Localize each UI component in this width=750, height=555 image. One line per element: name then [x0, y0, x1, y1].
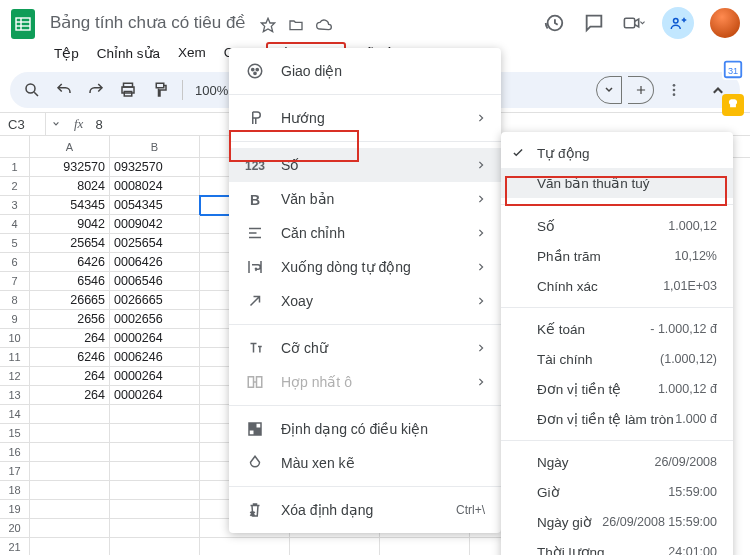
keep-addon-icon[interactable] [722, 94, 744, 116]
cell[interactable]: 0932570 [110, 158, 200, 177]
number-format-item[interactable]: Chính xác1,01E+03 [501, 271, 733, 301]
cell[interactable] [200, 538, 290, 555]
star-icon[interactable] [259, 16, 277, 34]
format-menu-item[interactable]: Giao diện [229, 54, 501, 88]
format-menu-item[interactable]: Định dạng có điều kiện [229, 412, 501, 446]
cell[interactable] [110, 500, 200, 519]
row-header[interactable]: 21 [0, 538, 30, 555]
calendar-addon-icon[interactable]: 31 [722, 58, 744, 80]
comment-icon[interactable] [582, 11, 606, 35]
meet-icon[interactable] [622, 11, 646, 35]
cell[interactable] [110, 462, 200, 481]
cell[interactable] [30, 500, 110, 519]
number-format-item[interactable]: Phần trăm10,12% [501, 241, 733, 271]
search-menus-icon[interactable] [18, 76, 46, 104]
number-format-item[interactable]: Đơn vị tiền tệ1.000,12 đ [501, 374, 733, 404]
row-header[interactable]: 11 [0, 348, 30, 367]
cell[interactable] [110, 405, 200, 424]
col-header[interactable]: B [110, 136, 200, 157]
col-header[interactable]: A [30, 136, 110, 157]
row-header[interactable]: 6 [0, 253, 30, 272]
number-format-item[interactable]: Ngày26/09/2008 [501, 447, 733, 477]
cell[interactable]: 0000264 [110, 329, 200, 348]
name-box-dropdown-icon[interactable] [46, 120, 66, 128]
cell[interactable]: 6426 [30, 253, 110, 272]
print-icon[interactable] [114, 76, 142, 104]
cell[interactable]: 0002656 [110, 310, 200, 329]
name-box[interactable]: C3 [0, 113, 46, 135]
row-header[interactable]: 19 [0, 500, 30, 519]
number-format-item[interactable]: Văn bản thuần tuý [501, 168, 733, 198]
cell[interactable]: 8024 [30, 177, 110, 196]
row-header[interactable]: 20 [0, 519, 30, 538]
number-format-item[interactable]: Tài chính(1.000,12) [501, 344, 733, 374]
cell[interactable]: 264 [30, 386, 110, 405]
cell[interactable]: 0025654 [110, 234, 200, 253]
history-icon[interactable] [542, 11, 566, 35]
number-format-item[interactable]: Kế toán- 1.000,12 đ [501, 314, 733, 344]
menu-tệp[interactable]: Tệp [46, 42, 87, 64]
toolbar-overflow-add[interactable] [628, 76, 654, 104]
redo-icon[interactable] [82, 76, 110, 104]
undo-icon[interactable] [50, 76, 78, 104]
row-header[interactable]: 9 [0, 310, 30, 329]
paint-format-icon[interactable] [146, 76, 174, 104]
format-menu-item[interactable]: Hợp nhất ô [229, 365, 501, 399]
number-format-item[interactable]: Giờ15:59:00 [501, 477, 733, 507]
row-header[interactable]: 5 [0, 234, 30, 253]
number-format-item[interactable]: Đơn vị tiền tệ làm tròn1.000 đ [501, 404, 733, 434]
cell[interactable]: 0006246 [110, 348, 200, 367]
toolbar-more-icon[interactable] [660, 76, 688, 104]
cell[interactable]: 0006426 [110, 253, 200, 272]
cell[interactable]: 0008024 [110, 177, 200, 196]
cell[interactable] [30, 481, 110, 500]
formula-input[interactable]: 8 [91, 117, 102, 132]
format-menu-item[interactable]: Xuống dòng tự động [229, 250, 501, 284]
row-header[interactable]: 15 [0, 424, 30, 443]
row-header[interactable]: 14 [0, 405, 30, 424]
number-format-item[interactable]: Ngày giờ26/09/2008 15:59:00 [501, 507, 733, 537]
cell[interactable]: 0000264 [110, 386, 200, 405]
cell[interactable]: 25654 [30, 234, 110, 253]
cell[interactable] [30, 538, 110, 555]
cell[interactable] [30, 443, 110, 462]
number-format-item[interactable]: Thời lượng24:01:00 [501, 537, 733, 555]
cell[interactable]: 264 [30, 329, 110, 348]
cell[interactable] [110, 519, 200, 538]
share-button[interactable] [662, 7, 694, 39]
cell[interactable]: 2656 [30, 310, 110, 329]
cell[interactable]: 6246 [30, 348, 110, 367]
cell[interactable]: 0026665 [110, 291, 200, 310]
menu-xem[interactable]: Xem [170, 42, 214, 64]
cell[interactable]: 9042 [30, 215, 110, 234]
cell[interactable] [30, 519, 110, 538]
cell[interactable] [380, 538, 470, 555]
sheets-logo[interactable] [10, 6, 36, 40]
account-avatar[interactable] [710, 8, 740, 38]
cell[interactable]: 0006546 [110, 272, 200, 291]
format-menu-item[interactable]: Màu xen kẽ [229, 446, 501, 480]
cell[interactable] [110, 424, 200, 443]
row-header[interactable]: 7 [0, 272, 30, 291]
row-header[interactable]: 4 [0, 215, 30, 234]
cell[interactable] [110, 538, 200, 555]
cell[interactable] [30, 424, 110, 443]
number-format-item[interactable]: Số1.000,12 [501, 211, 733, 241]
format-menu-item[interactable]: BVăn bản [229, 182, 501, 216]
row-header[interactable]: 1 [0, 158, 30, 177]
row-header[interactable]: 16 [0, 443, 30, 462]
format-menu-item[interactable]: 123Số [229, 148, 501, 182]
format-menu-item[interactable]: Hướng [229, 101, 501, 135]
cell[interactable] [110, 481, 200, 500]
menu-chỉnh sửa[interactable]: Chỉnh sửa [89, 42, 168, 64]
cell[interactable] [110, 443, 200, 462]
format-menu-item[interactable]: Cỡ chữ [229, 331, 501, 365]
cell[interactable]: 0000264 [110, 367, 200, 386]
row-header[interactable]: 3 [0, 196, 30, 215]
format-menu-item[interactable]: Căn chỉnh [229, 216, 501, 250]
cell[interactable]: 6546 [30, 272, 110, 291]
number-format-item[interactable]: Tự động [501, 138, 733, 168]
cell[interactable]: 0009042 [110, 215, 200, 234]
doc-title[interactable]: Bảng tính chưa có tiêu đề [46, 11, 249, 34]
cell[interactable]: 54345 [30, 196, 110, 215]
